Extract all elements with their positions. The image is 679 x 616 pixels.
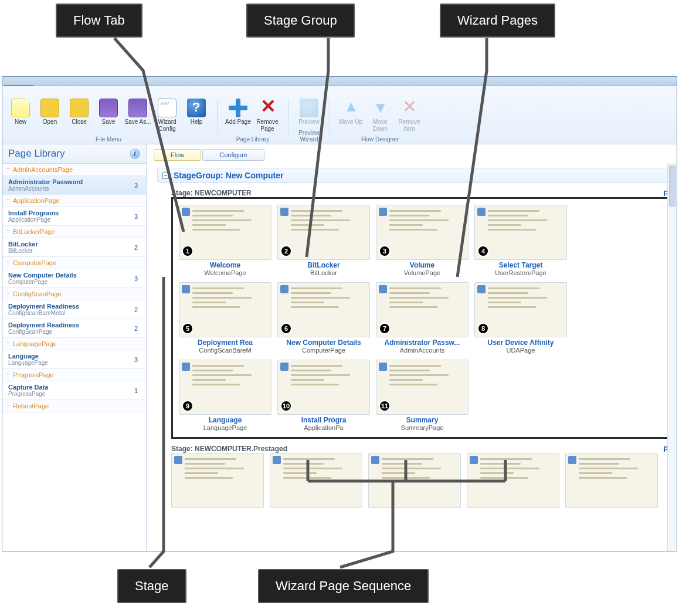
save-as-button[interactable]: Save As...: [123, 97, 152, 126]
move-down-button[interactable]: Move Down: [365, 97, 395, 133]
wizard-page-preview: [368, 453, 461, 508]
scrollbar-thumb[interactable]: [669, 165, 675, 207]
sidebar-item[interactable]: BitLockerBitLocker2: [2, 238, 146, 257]
wizard-page-glyph-icon: [371, 456, 379, 464]
callout-wizard-pages: Wizard Pages: [440, 4, 555, 38]
wizard-page-preview: 11: [376, 360, 468, 415]
help-button[interactable]: Help: [182, 97, 211, 126]
sidebar-item-subtitle: ConfigScanBareMetal: [8, 310, 79, 316]
sidebar-list[interactable]: AdminAccountsPageAdministrator PasswordA…: [2, 164, 146, 551]
wizard-page-thumb[interactable]: 4Select TargetUserRestorePage: [474, 205, 567, 276]
tab-configure[interactable]: Configure: [202, 149, 264, 161]
wizard-page-thumb[interactable]: 5Deployment ReaConfigScanBareM: [179, 282, 271, 354]
wizard-page-title: Summary: [376, 416, 468, 424]
wizard-config-button[interactable]: Wizard Config: [152, 97, 182, 133]
sidebar-group-header[interactable]: RebootPage: [2, 400, 146, 412]
wizard-config-icon: [158, 99, 176, 117]
wizard-page-glyph-icon: [182, 208, 190, 216]
sidebar-item[interactable]: Deployment ReadinessConfigScanBareMetal2: [2, 300, 146, 319]
sidebar-item-title: Administrator Password: [8, 178, 83, 185]
sidebar-item-count: 2: [134, 244, 138, 251]
scrollbar-vertical[interactable]: [667, 163, 677, 551]
wizard-page-thumb[interactable]: 3VolumeVolumePage: [376, 205, 468, 276]
sidebar-group-header[interactable]: LanguagePage: [2, 338, 146, 350]
wizard-page-glyph-icon: [379, 285, 387, 293]
wizard-page-number: 4: [477, 245, 489, 257]
ribbon-group-label: File Menu: [2, 136, 215, 143]
tab-flow[interactable]: Flow: [154, 149, 201, 161]
sidebar-item[interactable]: Deployment ReadinessConfigScanPage2: [2, 319, 146, 338]
wizard-page-thumb[interactable]: 11SummarySummaryPage: [376, 360, 468, 431]
flow-body[interactable]: − StageGroup: New Computer Stage: NEWCOM…: [147, 163, 677, 551]
wizard-page-preview: 10: [277, 360, 370, 415]
wizard-page-thumb[interactable]: [270, 453, 362, 509]
wizard-page-title: New Computer Details: [277, 339, 370, 347]
wizard-page-thumb[interactable]: 1WelcomeWelcomePage: [179, 205, 271, 276]
wizard-page-thumb[interactable]: [467, 453, 559, 509]
collapse-toggle-icon[interactable]: −: [162, 172, 169, 179]
sidebar-item[interactable]: Administrator PasswordAdminAccounts3: [2, 176, 146, 195]
stage-group-header[interactable]: − StageGroup: New Computer: [157, 168, 670, 183]
sidebar-item-title: Language: [8, 353, 48, 360]
callout-stage-group: Stage Group: [246, 4, 355, 38]
wizard-page-title: Deployment Rea: [179, 339, 271, 347]
sidebar-item-count: 1: [134, 387, 138, 394]
sidebar-item-title: Install Programs: [8, 209, 59, 216]
wizard-page-thumb[interactable]: 8User Device AffinityUDAPage: [474, 282, 567, 354]
wizard-page-preview: 8: [474, 282, 567, 337]
remove-item-button[interactable]: Remove Item: [395, 97, 424, 133]
wizard-page-thumb[interactable]: 9LanguageLanguagePage: [179, 360, 271, 431]
wizard-page-thumb[interactable]: [171, 453, 264, 509]
wizard-page-title: Select Target: [474, 261, 567, 269]
wizard-page-thumb[interactable]: 7Administrator Passw...AdminAccounts: [376, 282, 468, 354]
remove-page-icon: [258, 99, 277, 117]
sidebar-item-subtitle: ComputerPage: [8, 279, 77, 285]
wizard-page-glyph-icon: [273, 456, 281, 464]
wizard-page-number: 7: [379, 323, 391, 334]
sidebar-item-title: Deployment Readiness: [8, 321, 79, 329]
stage-group-label: StageGroup: New Computer: [174, 171, 283, 180]
wizard-page-thumb[interactable]: [368, 453, 461, 509]
wizard-page-subtitle: LanguagePage: [179, 424, 271, 431]
wizard-page-row: 1WelcomeWelcomePage2BitLockerBitLocker3V…: [179, 205, 664, 431]
sidebar-title: Page Library: [8, 148, 64, 160]
sidebar-group-header[interactable]: BitLockerPage: [2, 226, 146, 238]
remove-page-button[interactable]: Remove Page: [253, 97, 282, 133]
wizard-page-thumb[interactable]: [565, 453, 658, 509]
sidebar-item[interactable]: New Computer DetailsComputerPage3: [2, 269, 146, 288]
sidebar-item[interactable]: LanguageLanguagePage3: [2, 350, 146, 369]
wizard-page-title: Welcome: [179, 261, 271, 269]
wizard-page-thumb[interactable]: 10Install PrograApplicationPa: [277, 360, 370, 431]
sidebar-item[interactable]: Install ProgramsApplicationPage3: [2, 207, 146, 226]
ribbon-separator: [217, 99, 218, 134]
titlebar: ▤ Home: [2, 77, 677, 86]
save-button[interactable]: Save: [94, 97, 123, 126]
wizard-page-title: User Device Affinity: [474, 339, 567, 347]
sidebar-item-title: Capture Data: [8, 384, 48, 391]
open-button[interactable]: Open: [35, 97, 64, 126]
sidebar-item[interactable]: Capture DataProgressPage1: [2, 381, 146, 400]
wizard-page-number: 1: [182, 245, 193, 257]
wizard-page-glyph-icon: [174, 456, 182, 464]
wizard-page-number: 3: [379, 245, 391, 257]
sidebar-item-subtitle: ApplicationPage: [8, 216, 59, 223]
wizard-page-subtitle: ApplicationPa: [277, 424, 370, 431]
add-page-button[interactable]: Add Page: [223, 97, 253, 126]
stage-name: Stage: NEWCOMPUTER.Prestaged: [171, 445, 287, 453]
sidebar-group-header[interactable]: ProgressPage: [2, 369, 146, 381]
wizard-page-number: 5: [182, 323, 193, 334]
info-icon[interactable]: i: [130, 148, 140, 159]
sidebar-group-header[interactable]: ComputerPage: [2, 257, 146, 269]
preview-button[interactable]: Preview: [294, 97, 324, 126]
add-page-icon: [229, 99, 247, 117]
sidebar-group-header[interactable]: AdminAccountsPage: [2, 164, 146, 176]
callout-stage: Stage: [117, 569, 186, 603]
sidebar-group-header[interactable]: ApplicationPage: [2, 195, 146, 207]
wizard-page-thumb[interactable]: 2BitLockerBitLocker: [277, 205, 370, 276]
sidebar-item-title: New Computer Details: [8, 272, 77, 279]
wizard-page-thumb[interactable]: 6New Computer DetailsComputerPage: [277, 282, 370, 354]
close-button[interactable]: Close: [64, 97, 94, 126]
move-up-button[interactable]: Move Up: [336, 97, 365, 126]
new-button[interactable]: New: [6, 97, 35, 126]
sidebar-group-header[interactable]: ConfigScanPage: [2, 288, 146, 300]
